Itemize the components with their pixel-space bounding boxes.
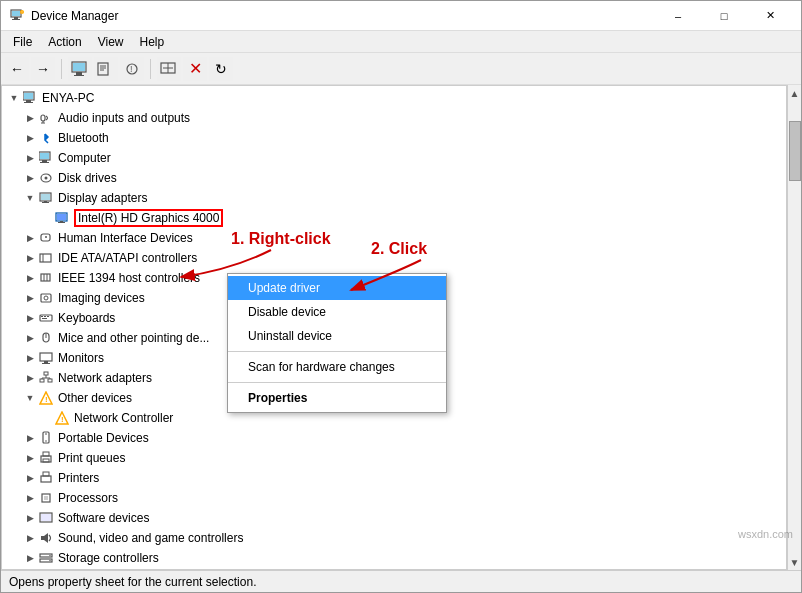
expand-otherdevices[interactable]: ▼ (22, 390, 38, 406)
main-area: ▼ ENYA-PC ▶ Audio inputs and outputs ▶ (1, 85, 801, 570)
svg-rect-29 (40, 162, 49, 163)
tree-item-printers[interactable]: ▶ Printers (2, 468, 786, 488)
tree-item-diskdrives[interactable]: ▶ Disk drives (2, 168, 786, 188)
svg-rect-10 (98, 63, 108, 75)
icon-print (38, 450, 54, 466)
tree-item-ide[interactable]: ▶ IDE ATA/ATAPI controllers (2, 248, 786, 268)
show-icon-button[interactable] (68, 57, 92, 81)
mice-label: Mice and other pointing de... (58, 331, 209, 345)
svg-rect-79 (44, 496, 48, 500)
context-menu-properties[interactable]: Properties (228, 386, 446, 410)
menu-file[interactable]: File (5, 33, 40, 51)
svg-rect-56 (40, 353, 52, 361)
device-manager-window: ! Device Manager – □ ✕ File Action View … (0, 0, 802, 593)
expand-computer[interactable]: ▶ (22, 150, 38, 166)
tree-item-audio[interactable]: ▶ Audio inputs and outputs (2, 108, 786, 128)
tree-item-software[interactable]: ▶ Software devices (2, 508, 786, 528)
tree-item-storage[interactable]: ▶ Storage controllers (2, 548, 786, 568)
svg-rect-1 (12, 11, 20, 16)
refresh-button[interactable]: ↻ (209, 57, 233, 81)
tree-item-root[interactable]: ▼ ENYA-PC (2, 88, 786, 108)
processors-label: Processors (58, 491, 118, 505)
tree-item-intelhd[interactable]: Intel(R) HD Graphics 4000 (2, 208, 786, 228)
tree-item-portabledevices[interactable]: ▶ Portable Devices (2, 428, 786, 448)
svg-point-48 (44, 296, 48, 300)
tree-item-displayadapters[interactable]: ▼ Display adapters (2, 188, 786, 208)
svg-rect-8 (76, 72, 82, 75)
expand-sound[interactable]: ▶ (22, 530, 38, 546)
icon-other: ! (38, 390, 54, 406)
svg-point-87 (49, 560, 50, 561)
icon-audio (38, 110, 54, 126)
context-menu-update-driver[interactable]: Update driver (228, 276, 446, 300)
delete-button[interactable]: ✕ (183, 57, 207, 81)
expand-root[interactable]: ▼ (6, 90, 22, 106)
svg-rect-27 (40, 153, 49, 159)
expand-intelhd (38, 210, 54, 226)
expand-mice[interactable]: ▶ (22, 330, 38, 346)
tree-item-printqueues[interactable]: ▶ Print queues (2, 448, 786, 468)
update-driver-button[interactable]: ! (120, 57, 144, 81)
context-menu-uninstall-device[interactable]: Uninstall device (228, 324, 446, 348)
expand-networkadapters[interactable]: ▶ (22, 370, 38, 386)
svg-rect-28 (42, 160, 47, 162)
expand-imaging[interactable]: ▶ (22, 290, 38, 306)
icon-computer (22, 90, 38, 106)
tree-item-bluetooth[interactable]: ▶ Bluetooth (2, 128, 786, 148)
forward-button[interactable]: → (31, 57, 55, 81)
expand-storage[interactable]: ▶ (22, 550, 38, 566)
menu-help[interactable]: Help (132, 33, 173, 51)
minimize-button[interactable]: – (655, 1, 701, 31)
expand-processors[interactable]: ▶ (22, 490, 38, 506)
menu-view[interactable]: View (90, 33, 132, 51)
icon-disk (38, 170, 54, 186)
svg-rect-42 (40, 254, 51, 262)
expand-printers[interactable]: ▶ (22, 470, 38, 486)
icon-keyboard (38, 310, 54, 326)
expand-hid[interactable]: ▶ (22, 230, 38, 246)
expand-networkcontroller (38, 410, 54, 426)
tree-item-sound[interactable]: ▶ Sound, video and game controllers (2, 528, 786, 548)
expand-keyboards[interactable]: ▶ (22, 310, 38, 326)
expand-portabledevices[interactable]: ▶ (22, 430, 38, 446)
expand-audio[interactable]: ▶ (22, 110, 38, 126)
expand-monitors[interactable]: ▶ (22, 350, 38, 366)
title-controls: – □ ✕ (655, 1, 793, 31)
icon-imaging (38, 290, 54, 306)
intelhd-label: Intel(R) HD Graphics 4000 (74, 209, 223, 227)
toolbar-sep1 (61, 59, 62, 79)
printers-label: Printers (58, 471, 99, 485)
toolbar-sep2 (150, 59, 151, 79)
expand-ieee[interactable]: ▶ (22, 270, 38, 286)
svg-rect-38 (60, 221, 63, 222)
expand-ide[interactable]: ▶ (22, 250, 38, 266)
expand-displayadapters[interactable]: ▼ (22, 190, 38, 206)
svg-rect-2 (14, 17, 18, 19)
scrollbar-thumb[interactable] (789, 121, 801, 181)
svg-rect-21 (26, 100, 31, 102)
tree-item-computer[interactable]: ▶ Computer (2, 148, 786, 168)
tree-item-hid[interactable]: ▶ Human Interface Devices (2, 228, 786, 248)
expand-printqueues[interactable]: ▶ (22, 450, 38, 466)
icon-network (38, 370, 54, 386)
tree-item-processors[interactable]: ▶ Processors (2, 488, 786, 508)
context-menu-disable-device[interactable]: Disable device (228, 300, 446, 324)
scan-button[interactable] (157, 57, 181, 81)
icon-warning-net: ! (54, 410, 70, 426)
icon-printer (38, 470, 54, 486)
scrollbar[interactable]: ▲ ▼ (787, 85, 801, 570)
expand-bluetooth[interactable]: ▶ (22, 130, 38, 146)
back-button[interactable]: ← (5, 57, 29, 81)
close-button[interactable]: ✕ (747, 1, 793, 31)
tree-item-system[interactable]: ▶ System devices (2, 568, 786, 570)
expand-software[interactable]: ▶ (22, 510, 38, 526)
svg-rect-76 (41, 476, 51, 482)
window-title: Device Manager (31, 9, 118, 23)
maximize-button[interactable]: □ (701, 1, 747, 31)
icon-processor (38, 490, 54, 506)
expand-diskdrives[interactable]: ▶ (22, 170, 38, 186)
svg-rect-82 (41, 536, 44, 540)
menu-action[interactable]: Action (40, 33, 89, 51)
properties-button[interactable] (94, 57, 118, 81)
context-menu-scan-hardware[interactable]: Scan for hardware changes (228, 355, 446, 379)
